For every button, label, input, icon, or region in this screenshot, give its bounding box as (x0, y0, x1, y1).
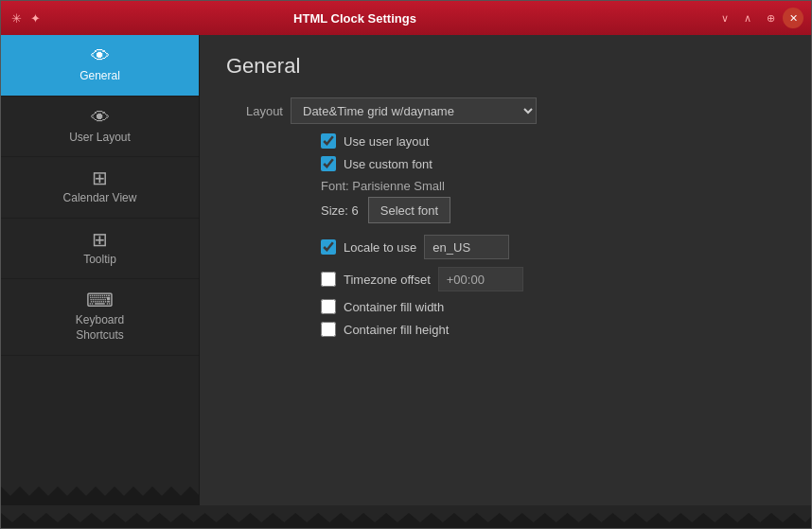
font-row: Size: 6 Select font (321, 197, 785, 223)
sidebar-item-general-label: General (79, 69, 120, 84)
window-controls: ∨ ∧ ⊕ ✕ (715, 8, 803, 28)
use-user-layout-checkbox[interactable] (321, 133, 336, 149)
container-fill-width-checkbox[interactable] (321, 299, 336, 314)
sidebar-item-general[interactable]: 👁 General (1, 35, 199, 97)
container-fill-width-label[interactable]: Container fill width (344, 300, 444, 314)
calendar-icon: ⊞ (92, 168, 108, 187)
sidebar-item-keyboard-label: Keyboard Shortcuts (76, 313, 124, 343)
refresh-button[interactable]: ⊕ (760, 8, 781, 28)
font-name-info: Font: Parisienne Small (321, 179, 785, 193)
font-name-label: Font: Parisienne Small (321, 179, 445, 193)
sidebar-zigzag (1, 467, 199, 505)
minimize-button[interactable]: ∨ (715, 8, 735, 28)
locale-input[interactable] (424, 235, 509, 259)
general-icon: 👁 (91, 46, 110, 65)
sidebar-item-tooltip[interactable]: ⊞ Tooltip (1, 219, 199, 280)
window-bottom-decoration (1, 505, 811, 528)
use-user-layout-row: Use user layout (321, 133, 785, 149)
sidebar-item-user-layout[interactable]: 👁 User Layout (1, 97, 199, 158)
locale-row: Locale to use (321, 235, 785, 259)
window-title: HTML Clock Settings (1, 11, 709, 26)
locale-label[interactable]: Locale to use (344, 240, 416, 255)
window-bottom-zigzag (1, 505, 811, 528)
timezone-checkbox[interactable] (321, 272, 336, 287)
sidebar-item-tooltip-label: Tooltip (83, 253, 116, 268)
maximize-button[interactable]: ∧ (737, 8, 758, 28)
layout-label: Layout (226, 104, 283, 118)
tooltip-icon: ⊞ (92, 230, 108, 249)
sidebar-item-calendar-label: Calendar View (63, 191, 137, 206)
layout-row: Layout Date&Time grid w/dayname Date&Tim… (226, 97, 785, 124)
select-font-button[interactable]: Select font (368, 197, 450, 223)
main-content: 👁 General 👁 User Layout ⊞ Calendar View … (1, 35, 811, 505)
main-window: ✳ ✦ HTML Clock Settings ∨ ∧ ⊕ ✕ 👁 Genera… (0, 0, 812, 529)
container-fill-width-row: Container fill width (321, 299, 785, 314)
timezone-row: Timezone offset (321, 267, 785, 291)
use-custom-font-checkbox[interactable] (321, 156, 336, 171)
use-user-layout-label[interactable]: Use user layout (344, 134, 429, 149)
page-title: General (226, 54, 785, 79)
settings-content: General Layout Date&Time grid w/dayname … (200, 35, 811, 505)
sidebar-item-user-layout-label: User Layout (69, 131, 131, 146)
layout-select[interactable]: Date&Time grid w/dayname Date&Time grid … (291, 97, 537, 124)
timezone-input[interactable] (438, 267, 523, 291)
titlebar: ✳ ✦ HTML Clock Settings ∨ ∧ ⊕ ✕ (1, 1, 811, 35)
user-layout-icon: 👁 (91, 108, 110, 127)
use-custom-font-row: Use custom font (321, 156, 785, 171)
keyboard-icon: ⌨ (86, 291, 114, 309)
timezone-label[interactable]: Timezone offset (344, 273, 431, 287)
use-custom-font-label[interactable]: Use custom font (344, 157, 432, 171)
sidebar-item-keyboard-shortcuts[interactable]: ⌨ Keyboard Shortcuts (1, 279, 199, 355)
locale-checkbox[interactable] (321, 239, 336, 255)
container-fill-height-label[interactable]: Container fill height (344, 323, 449, 337)
container-fill-height-checkbox[interactable] (321, 322, 336, 337)
close-button[interactable]: ✕ (783, 8, 803, 28)
sidebar: 👁 General 👁 User Layout ⊞ Calendar View … (1, 35, 200, 505)
sidebar-bottom (1, 356, 199, 505)
sidebar-item-calendar-view[interactable]: ⊞ Calendar View (1, 157, 199, 219)
container-fill-height-row: Container fill height (321, 322, 785, 337)
font-size-label: Size: 6 (321, 203, 359, 218)
